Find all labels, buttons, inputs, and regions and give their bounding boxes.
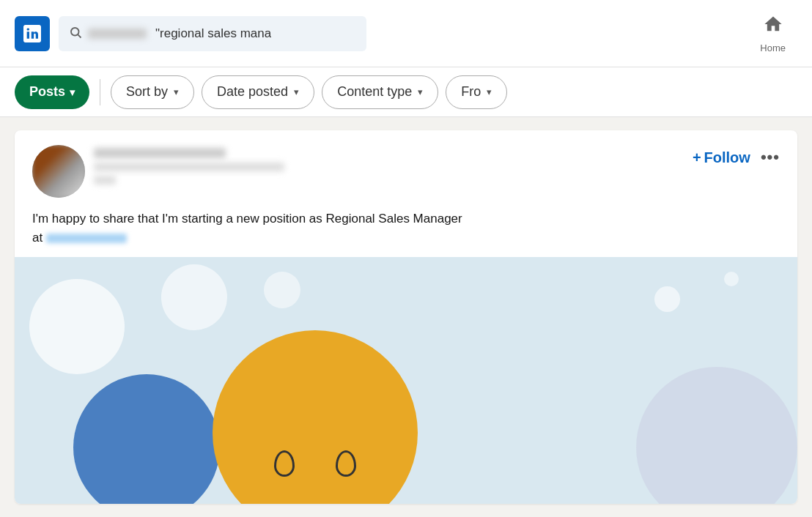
post-actions: + Follow ••• bbox=[693, 145, 780, 167]
main-content: + Follow ••• I'm happy to share that I'm… bbox=[0, 117, 812, 517]
company-name-blur bbox=[46, 234, 127, 243]
posts-chevron-icon: ▾ bbox=[70, 86, 75, 98]
date-posted-chevron-icon: ▾ bbox=[294, 86, 299, 97]
author-sub2-blur bbox=[94, 176, 116, 185]
date-posted-label: Date posted bbox=[217, 84, 288, 100]
nav-home[interactable]: Home bbox=[748, 14, 797, 53]
post-card: + Follow ••• I'm happy to share that I'm… bbox=[15, 130, 797, 504]
author-sub-blur bbox=[94, 163, 284, 171]
post-text-part1: I'm happy to share that I'm starting a n… bbox=[32, 212, 462, 226]
search-bar[interactable]: "regional sales mana bbox=[59, 16, 366, 51]
illustration-circle-7 bbox=[654, 286, 680, 312]
illustration-circle-8 bbox=[724, 272, 739, 286]
follow-label: Follow bbox=[704, 149, 750, 166]
content-type-button[interactable]: Content type ▾ bbox=[322, 75, 438, 109]
search-icon bbox=[69, 26, 82, 42]
follow-button[interactable]: + Follow bbox=[693, 149, 750, 166]
illustration-eye-right bbox=[336, 450, 356, 477]
search-query-text: "regional sales mana bbox=[155, 26, 271, 41]
filter-bar: Posts ▾ Sort by ▾ Date posted ▾ Content … bbox=[0, 67, 812, 117]
post-text-part2: at bbox=[32, 231, 43, 245]
home-icon bbox=[763, 14, 783, 40]
from-label: Fro bbox=[461, 84, 481, 100]
illustration-face bbox=[242, 396, 388, 484]
illustration-circle-blue bbox=[73, 374, 220, 504]
from-button[interactable]: Fro ▾ bbox=[446, 75, 507, 109]
from-chevron-icon: ▾ bbox=[487, 86, 492, 97]
posts-label: Posts bbox=[29, 84, 65, 100]
illustration-circle-grey bbox=[636, 367, 797, 504]
avatar bbox=[32, 145, 85, 198]
more-icon: ••• bbox=[761, 148, 780, 166]
svg-point-0 bbox=[71, 28, 79, 36]
filter-divider bbox=[100, 79, 100, 105]
follow-plus-icon: + bbox=[693, 149, 701, 166]
posts-button[interactable]: Posts ▾ bbox=[15, 75, 89, 109]
post-image-area bbox=[15, 257, 797, 504]
illustration-circle-4 bbox=[161, 264, 227, 330]
linkedin-logo[interactable] bbox=[15, 16, 50, 51]
svg-line-1 bbox=[78, 34, 81, 37]
sort-by-button[interactable]: Sort by ▾ bbox=[111, 75, 194, 109]
content-type-chevron-icon: ▾ bbox=[418, 86, 423, 97]
illustration-eye-left bbox=[274, 450, 295, 477]
post-header: + Follow ••• bbox=[32, 145, 780, 198]
date-posted-button[interactable]: Date posted ▾ bbox=[202, 75, 314, 109]
post-illustration bbox=[15, 257, 797, 504]
content-type-label: Content type bbox=[337, 84, 412, 100]
illustration-circle-3 bbox=[29, 279, 125, 374]
home-label: Home bbox=[760, 42, 786, 53]
illustration-circle-5 bbox=[264, 272, 300, 308]
search-blur-prefix bbox=[88, 27, 150, 40]
post-author-section bbox=[32, 145, 284, 198]
sort-by-chevron-icon: ▾ bbox=[174, 86, 179, 97]
author-name-blur bbox=[94, 148, 226, 158]
author-info bbox=[94, 145, 284, 185]
sort-by-label: Sort by bbox=[126, 84, 168, 100]
more-options-button[interactable]: ••• bbox=[761, 148, 780, 167]
navbar: "regional sales mana Home bbox=[0, 0, 812, 67]
post-text: I'm happy to share that I'm starting a n… bbox=[32, 209, 780, 247]
